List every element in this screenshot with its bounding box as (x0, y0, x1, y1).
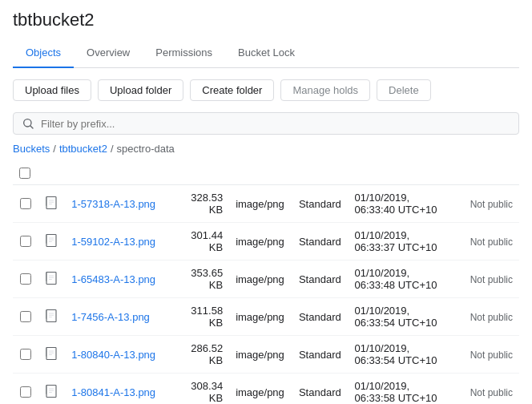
breadcrumb: Buckets / tbtbucket2 / spectro-data (13, 143, 519, 155)
file-name-link[interactable]: 1-59102-A-13.png (71, 236, 155, 248)
col-header-size (177, 164, 229, 185)
row-checkbox-cell (13, 261, 38, 298)
file-name-link[interactable]: 1-7456-A-13.png (71, 311, 150, 323)
row-size-cell: 308.34 KB (177, 374, 229, 405)
tab-bar: Objects Overview Permissions Bucket Lock (13, 38, 519, 68)
search-icon (22, 117, 34, 130)
row-access-cell: Not public (459, 185, 519, 223)
row-size-cell: 301.44 KB (177, 223, 229, 261)
file-name-link[interactable]: 1-65483-A-13.png (71, 273, 155, 285)
col-header-check (13, 164, 38, 185)
manage-holds-button[interactable]: Manage holds (280, 79, 370, 101)
row-name-cell: 1-65483-A-13.png (65, 261, 177, 298)
file-icon (44, 233, 58, 248)
table-row: 1-80841-A-13.png 308.34 KB image/png Sta… (13, 374, 519, 405)
col-header-access (459, 164, 519, 185)
svg-rect-8 (46, 234, 56, 246)
row-size-cell: 353.65 KB (177, 261, 229, 298)
row-icon-cell (38, 261, 65, 298)
upload-files-button[interactable]: Upload files (13, 79, 91, 101)
tab-objects[interactable]: Objects (13, 38, 74, 68)
row-checkbox-4[interactable] (20, 349, 31, 360)
file-icon (44, 384, 58, 398)
svg-rect-18 (46, 309, 56, 321)
row-date-cell: 01/10/2019,06:33:54 UTC+10 (348, 336, 459, 374)
row-name-cell: 1-57318-A-13.png (65, 185, 177, 223)
row-access-cell: Not public (459, 261, 519, 298)
file-name-link[interactable]: 1-80841-A-13.png (71, 386, 155, 398)
row-access-cell: Not public (459, 336, 519, 374)
row-access-cell: Not public (459, 298, 519, 336)
row-icon-cell (38, 336, 65, 374)
access-badge: Not public (470, 274, 513, 285)
delete-button[interactable]: Delete (377, 79, 431, 101)
breadcrumb-bucket-name[interactable]: tbtbucket2 (59, 143, 107, 155)
file-name-link[interactable]: 1-80840-A-13.png (71, 349, 155, 361)
row-access-cell: Not public (459, 374, 519, 405)
breadcrumb-sep-2: / (111, 143, 114, 155)
row-checkbox-5[interactable] (20, 386, 31, 398)
row-size-cell: 311.58 KB (177, 298, 229, 336)
row-name-cell: 1-7456-A-13.png (65, 298, 177, 336)
row-date-cell: 01/10/2019,06:33:40 UTC+10 (348, 185, 459, 223)
breadcrumb-sep-1: / (53, 143, 56, 155)
file-icon (44, 196, 58, 210)
row-checkbox-1[interactable] (20, 236, 31, 247)
row-checkbox-cell (13, 223, 38, 261)
row-checkbox-2[interactable] (20, 273, 31, 285)
col-header-icon (38, 164, 65, 185)
row-size-cell: 286.52 KB (177, 336, 229, 374)
svg-rect-13 (46, 272, 56, 284)
row-type-cell: image/png (229, 185, 292, 223)
search-input[interactable] (41, 118, 510, 130)
tab-overview[interactable]: Overview (74, 38, 143, 68)
row-date-cell: 01/10/2019,06:33:58 UTC+10 (348, 374, 459, 405)
row-type-cell: image/png (229, 374, 292, 405)
breadcrumb-buckets[interactable]: Buckets (13, 143, 50, 155)
svg-rect-23 (46, 347, 56, 359)
breadcrumb-folder: spectro-data (117, 143, 175, 155)
row-icon-cell (38, 185, 65, 223)
access-badge: Not public (470, 199, 513, 210)
row-checkbox-0[interactable] (20, 198, 31, 209)
tab-bucket-lock[interactable]: Bucket Lock (225, 38, 308, 68)
row-type-cell: image/png (229, 261, 292, 298)
row-checkbox-cell (13, 374, 38, 405)
row-date-cell: 01/10/2019,06:33:37 UTC+10 (348, 223, 459, 261)
row-storage-cell: Standard (292, 336, 349, 374)
row-storage-cell: Standard (292, 261, 349, 298)
row-storage-cell: Standard (292, 374, 349, 405)
file-table: 1-57318-A-13.png 328.53 KB image/png Sta… (13, 164, 519, 404)
row-checkbox-cell (13, 185, 38, 223)
file-icon (44, 309, 58, 323)
row-size-cell: 328.53 KB (177, 185, 229, 223)
select-all-checkbox[interactable] (19, 168, 30, 179)
table-row: 1-7456-A-13.png 311.58 KB image/png Stan… (13, 298, 519, 336)
row-checkbox-cell (13, 336, 38, 374)
svg-rect-28 (46, 385, 56, 397)
table-row: 1-59102-A-13.png 301.44 KB image/png Sta… (13, 223, 519, 261)
row-date-cell: 01/10/2019,06:33:48 UTC+10 (348, 261, 459, 298)
access-badge: Not public (470, 349, 513, 361)
row-access-cell: Not public (459, 223, 519, 261)
create-folder-button[interactable]: Create folder (190, 79, 274, 101)
row-checkbox-cell (13, 298, 38, 336)
row-type-cell: image/png (229, 298, 292, 336)
row-storage-cell: Standard (292, 298, 349, 336)
file-name-link[interactable]: 1-57318-A-13.png (71, 198, 155, 210)
row-checkbox-3[interactable] (20, 311, 31, 322)
row-date-cell: 01/10/2019,06:33:54 UTC+10 (348, 298, 459, 336)
table-row: 1-65483-A-13.png 353.65 KB image/png Sta… (13, 261, 519, 298)
row-icon-cell (38, 298, 65, 336)
search-bar (13, 112, 519, 135)
col-header-storage (292, 164, 349, 185)
table-row: 1-80840-A-13.png 286.52 KB image/png Sta… (13, 336, 519, 374)
row-name-cell: 1-80841-A-13.png (65, 374, 177, 405)
tab-permissions[interactable]: Permissions (143, 38, 225, 68)
row-storage-cell: Standard (292, 185, 349, 223)
row-name-cell: 1-80840-A-13.png (65, 336, 177, 374)
upload-folder-button[interactable]: Upload folder (98, 79, 183, 101)
row-type-cell: image/png (229, 336, 292, 374)
file-icon (44, 271, 58, 285)
access-badge: Not public (470, 387, 513, 398)
